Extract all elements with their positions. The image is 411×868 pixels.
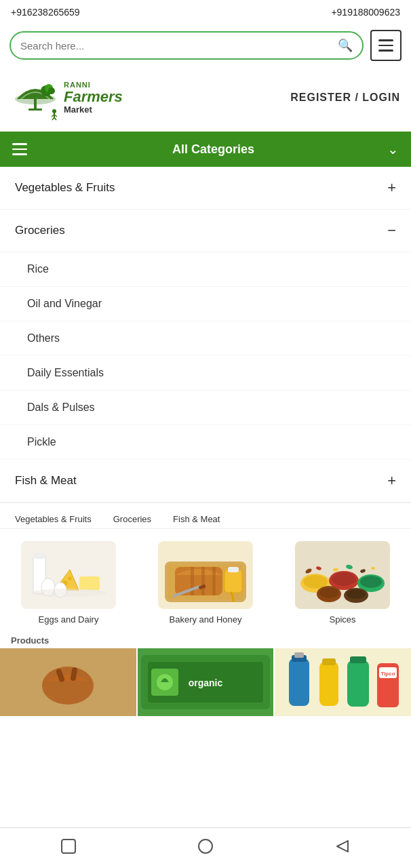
tab-groceries[interactable]: Groceries — [104, 510, 161, 528]
svg-rect-28 — [224, 570, 242, 593]
expand-icon-vegetables: + — [387, 179, 396, 197]
svg-rect-25 — [191, 567, 194, 595]
product-card-spices[interactable]: Spices — [274, 536, 411, 630]
tab-vegetables-fruits[interactable]: Vegetables & Fruits — [5, 510, 101, 528]
product-card-eggs-dairy[interactable]: Eggs and Dairy — [0, 536, 137, 630]
phone2: +919188009623 — [331, 7, 400, 18]
product-img-spices — [295, 541, 390, 609]
svg-rect-59 — [319, 662, 338, 706]
svg-point-33 — [303, 575, 328, 589]
header-row: RANNI Farmers Market REGISTER / LOGIN — [0, 66, 411, 132]
submenu-rice[interactable]: Rice — [0, 252, 411, 287]
svg-point-6 — [52, 109, 56, 113]
svg-point-41 — [347, 589, 366, 599]
svg-point-43 — [315, 566, 321, 570]
svg-text:Tipco: Tipco — [380, 671, 395, 677]
search-icon: 🔍 — [338, 38, 353, 53]
dropdown-menu: Vegetables & Fruits + Groceries − Rice O… — [0, 167, 411, 503]
menu-item-groceries[interactable]: Groceries − — [0, 210, 411, 252]
logo-icon — [11, 73, 60, 122]
nav-back-button[interactable] — [59, 837, 78, 860]
product-card-bakery-honey[interactable]: Bakery and Honey — [137, 536, 274, 630]
product-cards-row: Eggs and Dairy — [0, 529, 411, 630]
submenu-dals-pulses[interactable]: Dals & Pulses — [0, 391, 411, 425]
menu-item-vegetables-label: Vegetables & Fruits — [15, 181, 115, 195]
svg-rect-61 — [347, 660, 369, 707]
product-img-bakery-honey — [158, 541, 253, 609]
search-row: 🔍 — [0, 24, 411, 66]
brand-sub: RANNI — [64, 81, 123, 89]
all-categories-label: All Categories — [45, 142, 382, 157]
product-name-eggs-dairy: Eggs and Dairy — [39, 614, 99, 625]
top-bar: +916238265659 +919188009623 — [0, 0, 411, 24]
collapse-icon-groceries: − — [387, 222, 396, 239]
product-name-bakery-honey: Bakery and Honey — [170, 614, 242, 625]
logo-text: RANNI Farmers Market — [64, 81, 123, 115]
chevron-down-icon: ⌄ — [387, 141, 399, 157]
register-login-button[interactable]: REGISTER / LOGIN — [290, 92, 400, 104]
nav-menu-button[interactable] — [333, 837, 352, 860]
svg-point-17 — [68, 576, 72, 580]
groceries-submenu: Rice Oil and Vinegar Others Daily Essent… — [0, 252, 411, 460]
search-input[interactable] — [20, 40, 332, 52]
svg-rect-60 — [322, 658, 336, 665]
svg-point-47 — [371, 567, 376, 570]
product-img-eggs-dairy — [21, 541, 116, 609]
menu-item-fish-meat-label: Fish & Meat — [15, 474, 77, 488]
svg-rect-4 — [34, 99, 37, 110]
products-label: Products — [0, 630, 411, 648]
hamburger-menu-button[interactable] — [370, 30, 402, 61]
category-bar[interactable]: All Categories ⌄ — [0, 132, 411, 167]
svg-point-48 — [42, 667, 94, 705]
svg-rect-56 — [289, 658, 309, 706]
svg-rect-58 — [294, 652, 304, 658]
svg-point-45 — [345, 564, 353, 570]
svg-line-11 — [54, 117, 56, 120]
svg-rect-62 — [350, 656, 366, 663]
expand-icon-fish-meat: + — [387, 472, 396, 490]
svg-point-37 — [360, 576, 382, 588]
svg-rect-27 — [212, 567, 216, 595]
category-hamburger-icon — [12, 143, 27, 155]
tab-fish-meat[interactable]: Fish & Meat — [163, 510, 229, 528]
svg-rect-66 — [62, 840, 75, 853]
svg-point-39 — [319, 587, 338, 598]
search-box[interactable]: 🔍 — [9, 31, 364, 60]
more-product-1[interactable] — [0, 648, 136, 716]
more-product-2[interactable]: organic — [138, 648, 274, 716]
svg-rect-26 — [201, 567, 205, 595]
brand-suffix: Market — [64, 105, 123, 115]
svg-point-42 — [305, 568, 313, 574]
svg-point-21 — [31, 589, 106, 597]
svg-text:organic: organic — [189, 677, 223, 688]
svg-rect-13 — [35, 553, 44, 559]
menu-item-fish-meat[interactable]: Fish & Meat + — [0, 460, 411, 502]
phone1: +916238265659 — [11, 7, 80, 18]
submenu-pickle[interactable]: Pickle — [0, 425, 411, 460]
svg-rect-29 — [228, 567, 239, 572]
svg-point-44 — [333, 568, 339, 572]
more-products-row: organic Tipco — [0, 648, 411, 764]
svg-point-3 — [48, 87, 55, 94]
more-product-3[interactable]: Tipco — [275, 648, 411, 716]
product-name-spices: Spices — [329, 614, 355, 625]
svg-point-46 — [359, 568, 366, 573]
svg-rect-18 — [79, 576, 100, 590]
brand-main: Farmers — [64, 89, 123, 105]
category-tabs: Vegetables & Fruits Groceries Fish & Mea… — [0, 503, 411, 529]
menu-item-groceries-label: Groceries — [15, 224, 65, 237]
svg-point-35 — [332, 572, 356, 586]
logo-area: RANNI Farmers Market — [11, 73, 123, 122]
svg-marker-68 — [337, 841, 348, 852]
menu-item-vegetables[interactable]: Vegetables & Fruits + — [0, 167, 411, 210]
bottom-nav — [0, 827, 411, 868]
submenu-daily-essentials[interactable]: Daily Essentials — [0, 356, 411, 391]
svg-point-67 — [199, 840, 212, 853]
submenu-oil-vinegar[interactable]: Oil and Vinegar — [0, 287, 411, 321]
nav-home-button[interactable] — [196, 837, 215, 860]
svg-rect-5 — [28, 108, 42, 111]
submenu-others[interactable]: Others — [0, 321, 411, 356]
